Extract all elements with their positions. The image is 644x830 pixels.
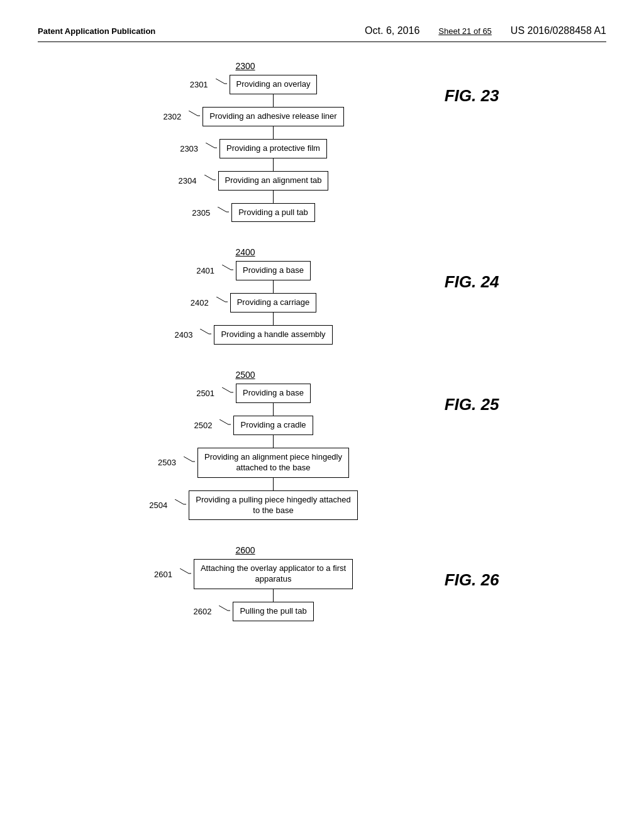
figure-group-fig26: 26002601Attaching the overlay applicator… bbox=[63, 545, 606, 621]
fig-label-container-fig24: FIG. 24 bbox=[428, 247, 516, 292]
flowchart-fig24: 24002401Providing a base2402Providing a … bbox=[82, 247, 409, 345]
connector-2304 bbox=[217, 191, 274, 203]
svg-line-22 bbox=[175, 499, 184, 504]
step-arrow-2305 bbox=[218, 207, 229, 219]
step-box-2501: Providing a base bbox=[236, 384, 311, 403]
step-num-2305: 2305 bbox=[175, 208, 210, 218]
chart-title-fig25: 2500 bbox=[235, 370, 255, 380]
step-num-2501: 2501 bbox=[180, 389, 214, 398]
step-box-2301: Providing an overlay bbox=[230, 75, 318, 94]
flow-row-2402: 2402Providing a carriage bbox=[174, 293, 317, 313]
flow-row-2301: 2301Providing an overlay bbox=[174, 75, 318, 94]
flow-row-2403: 2403Providing a handle assembly bbox=[158, 325, 332, 345]
step-arrow-2301 bbox=[216, 79, 227, 91]
fig-label-fig24: FIG. 24 bbox=[445, 272, 499, 292]
connector-2503 bbox=[217, 478, 274, 490]
step-arrow-2402 bbox=[216, 297, 228, 309]
svg-line-4 bbox=[206, 143, 214, 148]
step-box-2402: Providing a carriage bbox=[230, 293, 317, 313]
svg-line-20 bbox=[184, 456, 192, 462]
svg-line-0 bbox=[216, 79, 225, 84]
connector-2303 bbox=[217, 158, 274, 171]
step-arrow-2403 bbox=[200, 329, 211, 341]
step-arrow-2503 bbox=[184, 456, 195, 468]
step-box-2601: Attaching the overlay applicator to a fi… bbox=[194, 559, 353, 589]
step-num-2503: 2503 bbox=[142, 458, 176, 467]
fig-label-container-fig23: FIG. 23 bbox=[428, 61, 516, 106]
step-arrow-2501 bbox=[222, 387, 233, 399]
chart-title-fig23: 2300 bbox=[235, 61, 255, 71]
flow-row-2401: 2401Providing a base bbox=[180, 261, 311, 280]
step-box-2302: Providing an adhesive release liner bbox=[203, 107, 343, 126]
step-arrow-2504 bbox=[175, 499, 186, 511]
figure-group-fig23: 23002301Providing an overlay2302Providin… bbox=[63, 61, 606, 222]
patent-number: US 2016/0288458 A1 bbox=[511, 25, 606, 36]
page-header: Patent Application Publication Oct. 6, 2… bbox=[38, 25, 606, 42]
svg-line-2 bbox=[189, 111, 197, 116]
step-num-2301: 2301 bbox=[174, 80, 208, 89]
flow-row-2503: 2503Providing an alignment piece hingedl… bbox=[142, 448, 349, 478]
step-num-2401: 2401 bbox=[180, 266, 214, 275]
connector-2402 bbox=[217, 313, 274, 325]
step-box-2602: Pulling the pull tab bbox=[233, 602, 313, 621]
step-num-2502: 2502 bbox=[177, 421, 212, 430]
step-num-2303: 2303 bbox=[164, 144, 198, 153]
fig-label-fig26: FIG. 26 bbox=[445, 570, 499, 590]
flow-row-2304: 2304Providing an alignment tab bbox=[162, 171, 329, 191]
connector-2502 bbox=[217, 435, 274, 448]
svg-line-26 bbox=[219, 606, 228, 611]
step-box-2305: Providing a pull tab bbox=[231, 203, 315, 223]
step-box-2403: Providing a handle assembly bbox=[214, 325, 332, 345]
fig-label-fig23: FIG. 23 bbox=[445, 86, 499, 106]
connector-2601 bbox=[217, 589, 274, 602]
step-num-2402: 2402 bbox=[174, 298, 209, 307]
sheet-info: Sheet 21 of 65 bbox=[438, 26, 492, 36]
page: Patent Application Publication Oct. 6, 2… bbox=[0, 0, 644, 830]
date-label: Oct. 6, 2016 bbox=[365, 25, 419, 36]
svg-line-8 bbox=[218, 207, 226, 212]
step-box-2304: Providing an alignment tab bbox=[218, 171, 329, 191]
step-num-2602: 2602 bbox=[177, 607, 211, 616]
flow-row-2601: 2601Attaching the overlay applicator to … bbox=[138, 559, 353, 589]
step-arrow-2302 bbox=[189, 111, 200, 123]
publication-label: Patent Application Publication bbox=[38, 26, 155, 36]
step-num-2504: 2504 bbox=[133, 501, 167, 510]
flow-row-2501: 2501Providing a base bbox=[180, 384, 311, 403]
flowchart-fig23: 23002301Providing an overlay2302Providin… bbox=[82, 61, 409, 222]
fig-label-container-fig26: FIG. 26 bbox=[428, 545, 516, 590]
flow-row-2303: 2303Providing a protective film bbox=[164, 139, 327, 158]
connector-2401 bbox=[217, 280, 274, 293]
chart-title-fig26: 2600 bbox=[235, 545, 255, 555]
step-arrow-2601 bbox=[180, 568, 191, 580]
flowchart-fig25: 25002501Providing a base2502Providing a … bbox=[82, 370, 409, 520]
step-arrow-2303 bbox=[206, 143, 217, 155]
fig-label-container-fig25: FIG. 25 bbox=[428, 370, 516, 414]
svg-line-16 bbox=[222, 387, 231, 392]
svg-line-6 bbox=[204, 175, 213, 180]
step-num-2601: 2601 bbox=[138, 570, 172, 579]
flow-row-2504: 2504Providing a pulling piece hingedly a… bbox=[133, 490, 357, 521]
step-box-2401: Providing a base bbox=[236, 261, 311, 280]
step-arrow-2401 bbox=[222, 265, 233, 277]
step-arrow-2502 bbox=[219, 419, 231, 431]
flow-row-2302: 2302Providing an adhesive release liner bbox=[147, 107, 343, 126]
flow-row-2305: 2305Providing a pull tab bbox=[175, 203, 315, 223]
connector-2501 bbox=[217, 403, 274, 416]
figure-group-fig25: 25002501Providing a base2502Providing a … bbox=[63, 370, 606, 520]
step-num-2304: 2304 bbox=[162, 176, 197, 185]
step-box-2504: Providing a pulling piece hingedly attac… bbox=[189, 490, 357, 521]
chart-title-fig24: 2400 bbox=[235, 247, 255, 257]
step-box-2503: Providing an alignment piece hingedlyatt… bbox=[197, 448, 349, 478]
svg-line-24 bbox=[180, 568, 189, 573]
main-content: 23002301Providing an overlay2302Providin… bbox=[38, 61, 606, 646]
connector-2302 bbox=[217, 126, 274, 139]
step-num-2302: 2302 bbox=[147, 112, 181, 121]
step-arrow-2304 bbox=[204, 175, 216, 187]
flow-row-2502: 2502Providing a cradle bbox=[177, 416, 313, 435]
svg-line-18 bbox=[219, 419, 228, 424]
step-arrow-2602 bbox=[219, 606, 230, 617]
fig-label-fig25: FIG. 25 bbox=[445, 395, 499, 414]
step-box-2502: Providing a cradle bbox=[233, 416, 313, 435]
svg-line-10 bbox=[222, 265, 231, 270]
svg-line-12 bbox=[216, 297, 225, 302]
